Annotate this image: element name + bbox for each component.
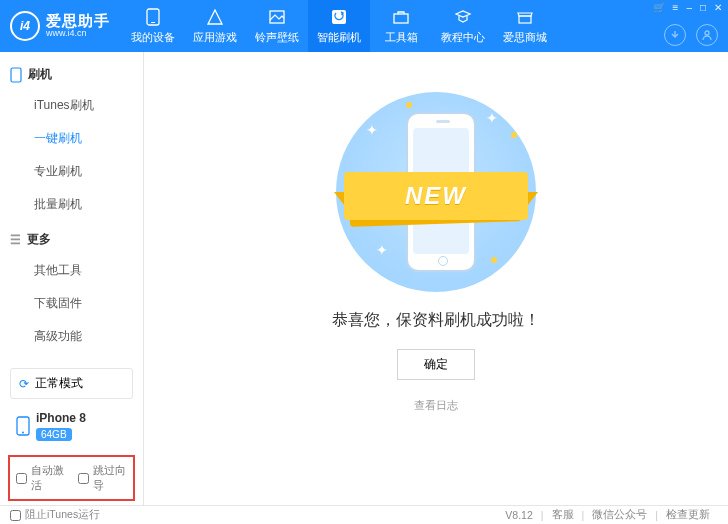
block-itunes-checkbox[interactable]: 阻止iTunes运行 (10, 508, 100, 522)
new-ribbon: NEW (344, 172, 528, 220)
sidebar-item-pro-flash[interactable]: 专业刷机 (0, 155, 143, 188)
svg-rect-4 (394, 14, 408, 23)
device-name: iPhone 8 (36, 411, 86, 425)
success-title: 恭喜您，保资料刷机成功啦！ (332, 310, 540, 331)
svg-rect-5 (519, 16, 531, 23)
top-nav: 我的设备 应用游戏 铃声壁纸 智能刷机 工具箱 教程中心 爱思商城 (122, 0, 556, 52)
svg-rect-1 (151, 22, 155, 23)
phone-icon (143, 8, 163, 26)
sidebar-item-oneclick-flash[interactable]: 一键刷机 (0, 122, 143, 155)
store-icon (515, 8, 535, 26)
list-icon: ☰ (10, 233, 21, 247)
cart-icon[interactable]: 🛒 (653, 2, 665, 13)
auto-activate-checkbox[interactable]: 自动激活 (16, 463, 66, 493)
nav-store[interactable]: 爱思商城 (494, 0, 556, 52)
nav-ringtones[interactable]: 铃声壁纸 (246, 0, 308, 52)
brand-name: 爱思助手 (46, 13, 110, 30)
wechat-link[interactable]: 微信公众号 (592, 508, 647, 522)
sidebar-item-itunes-flash[interactable]: iTunes刷机 (0, 89, 143, 122)
tutorial-icon (453, 8, 473, 26)
sidebar-section-more: ☰ 更多 (0, 225, 143, 254)
main-content: ✦ ✦ ✦ NEW 恭喜您，保资料刷机成功啦！ 确定 查看日志 (144, 52, 728, 505)
options-highlight-box: 自动激活 跳过向导 (8, 455, 135, 501)
ok-button[interactable]: 确定 (397, 349, 475, 380)
svg-point-6 (705, 31, 709, 35)
download-button[interactable] (664, 24, 686, 46)
view-log-link[interactable]: 查看日志 (414, 398, 458, 413)
sidebar-section-flash: 刷机 (0, 60, 143, 89)
sidebar-item-download-firmware[interactable]: 下载固件 (0, 287, 143, 320)
nav-toolbox[interactable]: 工具箱 (370, 0, 432, 52)
flash-icon (329, 8, 349, 26)
logo: i4 爱思助手 www.i4.cn (0, 11, 122, 41)
logo-icon: i4 (10, 11, 40, 41)
toolbox-icon (391, 8, 411, 26)
menu-icon[interactable]: ≡ (673, 2, 679, 13)
customer-service-link[interactable]: 客服 (552, 508, 574, 522)
svg-rect-7 (11, 68, 21, 82)
user-button[interactable] (696, 24, 718, 46)
check-update-link[interactable]: 检查更新 (666, 508, 710, 522)
status-bar: 阻止iTunes运行 V8.12 | 客服 | 微信公众号 | 检查更新 (0, 505, 728, 524)
minimize-button[interactable]: – (686, 2, 692, 13)
phone-outline-icon (10, 67, 22, 83)
svg-rect-3 (332, 10, 346, 24)
nav-apps[interactable]: 应用游戏 (184, 0, 246, 52)
skip-guide-checkbox[interactable]: 跳过向导 (78, 463, 128, 493)
storage-badge: 64GB (36, 428, 72, 441)
device-icon (16, 416, 30, 436)
app-header: i4 爱思助手 www.i4.cn 我的设备 应用游戏 铃声壁纸 智能刷机 工具… (0, 0, 728, 52)
mode-selector[interactable]: ⟳ 正常模式 (10, 368, 133, 399)
nav-tutorials[interactable]: 教程中心 (432, 0, 494, 52)
close-button[interactable]: ✕ (714, 2, 722, 13)
svg-point-9 (22, 432, 24, 434)
sidebar: 刷机 iTunes刷机 一键刷机 专业刷机 批量刷机 ☰ 更多 其他工具 下载固… (0, 52, 144, 505)
wallpaper-icon (267, 8, 287, 26)
apps-icon (205, 8, 225, 26)
sidebar-item-advanced[interactable]: 高级功能 (0, 320, 143, 353)
brand-url: www.i4.cn (46, 29, 110, 39)
window-controls: 🛒 ≡ – □ ✕ (653, 2, 722, 13)
success-illustration: ✦ ✦ ✦ NEW (336, 92, 536, 292)
nav-my-device[interactable]: 我的设备 (122, 0, 184, 52)
sidebar-item-batch-flash[interactable]: 批量刷机 (0, 188, 143, 221)
nav-flash[interactable]: 智能刷机 (308, 0, 370, 52)
device-info[interactable]: iPhone 8 64GB (10, 407, 133, 445)
sidebar-item-other-tools[interactable]: 其他工具 (0, 254, 143, 287)
refresh-icon: ⟳ (19, 377, 29, 391)
maximize-button[interactable]: □ (700, 2, 706, 13)
version-label: V8.12 (505, 509, 532, 521)
